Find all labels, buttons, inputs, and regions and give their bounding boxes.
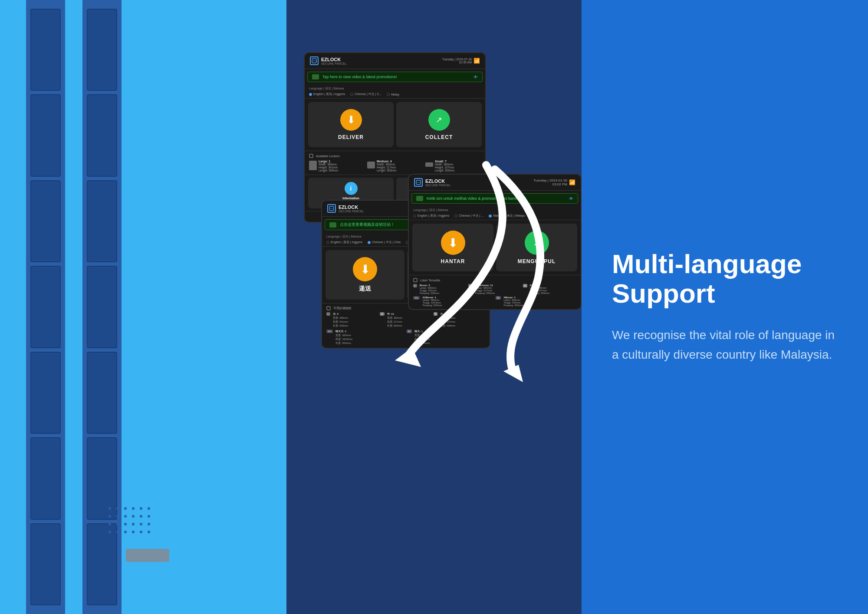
locker-small: Small: 7 Width: 380mm Height: 107mm Leng… <box>425 160 481 172</box>
my-deliver-icon: ⬇ <box>441 231 465 255</box>
cn-logo-text: EZLOCK <box>339 205 364 210</box>
cn-large-text: 大: 3 宽度: 380mm高度: 341mm长度: 500mm <box>333 312 348 328</box>
locker-cell <box>87 352 117 434</box>
my-lockers-section: Loker Tersedia L Besar: 3 Lebar: 380mmTi… <box>409 275 581 309</box>
cn-logo-subtext: SECURE PARCEL <box>339 210 364 213</box>
my-action-grid: ⬇ HANTAR ↗ MENGUMPUL <box>409 220 581 275</box>
my-promo-banner[interactable]: Ketik sini untuk melihat video & promosi… <box>411 193 578 204</box>
dots-decoration <box>108 507 153 536</box>
my-lang-chinese[interactable]: Chinese | 中文 | ... <box>454 214 483 218</box>
promo-text: Tap here to view video & latest promotio… <box>322 75 470 79</box>
my-locker-small: S Kecil: 6 Lebar: 380mmTinggi: 107mmPanj… <box>523 284 576 294</box>
locker-cell <box>30 266 61 348</box>
lockers-grid: Large: 1 Width: 380mm Height: 341mm Leng… <box>309 160 481 172</box>
my-radio-chinese <box>454 215 457 218</box>
page-title: Multi-language Support <box>612 249 838 308</box>
screen-header: EZLOCK SECURE PARCEL Tuesday | 2023-07-1… <box>305 53 485 69</box>
lockers-title-text: Available Lockers <box>316 155 340 158</box>
locker-cell <box>30 352 61 434</box>
my-collect-button[interactable]: ↗ MENGUMPUL <box>496 224 577 271</box>
lockers-section: Available Lockers Large: 1 Width: 380mm … <box>305 151 485 175</box>
locker-column-1 <box>26 0 65 614</box>
logo-subtext: SECURE PARCEL <box>321 62 347 65</box>
lang-chinese[interactable]: Chinese | 中文 | C... <box>350 92 381 96</box>
deliver-button[interactable]: ⬇ DELIVER <box>308 102 394 147</box>
small-text: Small: 7 Width: 380mm Height: 107mm Leng… <box>435 160 454 172</box>
my-video-icon <box>416 196 423 201</box>
lang-radio-malay <box>387 93 390 96</box>
my-small-text: Kecil: 6 Lebar: 380mmTinggi: 107mmPanjan… <box>530 284 549 294</box>
cn-xxl-label: XXL <box>326 330 333 333</box>
malay-screen: EZLOCK SECURE PARCEL Tuesday | 2024-01-3… <box>408 174 582 310</box>
cn-deliver-button[interactable]: ⬇ 递送 <box>326 250 404 300</box>
my-locker-large: L Besar: 3 Lebar: 380mmTinggi: 341mmPanj… <box>413 284 467 294</box>
large-box <box>309 161 317 170</box>
svg-rect-2 <box>309 154 313 158</box>
locker-cell <box>30 94 61 176</box>
cn-lockers-title-text: 可用的储物柜 <box>333 306 352 310</box>
screen-logo: EZLOCK SECURE PARCEL <box>310 56 347 65</box>
cn-video-icon <box>329 222 336 228</box>
my-medium-text: Sederhana: 11 Lebar: 380mmTinggi: 217mmP… <box>475 284 495 294</box>
locker-cell <box>30 9 61 91</box>
my-logo-icon <box>414 178 423 187</box>
my-logo-text: EZLOCK <box>425 178 451 184</box>
my-radio-english <box>413 215 416 218</box>
promo-banner[interactable]: Tap here to view video & latest promotio… <box>307 72 483 82</box>
my-locker-xl: XL XBesar: 1 Lebar: 380mmTinggi: 434mmPa… <box>496 296 576 307</box>
cn-locker-xxl: XXL 特大大: 1 宽度: 380mm高度: 1023mm长度: 500mm <box>326 330 405 345</box>
my-lockers-grid: L Besar: 3 Lebar: 380mmTinggi: 341mmPanj… <box>413 284 576 294</box>
my-signal-icon: 📶 <box>569 179 575 185</box>
cn-lang-english[interactable]: English | 英语 | Inggeris <box>326 240 362 244</box>
my-language-options: English | 英语 | Inggeris Chinese | 中文 | .… <box>413 214 576 218</box>
lang-radio-english <box>309 93 312 96</box>
right-panel: Multi-language Support We recognise the … <box>582 0 868 614</box>
my-xl-text: XBesar: 1 Lebar: 380mmTinggi: 434mmPanja… <box>503 296 523 307</box>
my-screen-logo: EZLOCK SECURE PARCEL <box>414 178 451 187</box>
my-small-label: S <box>523 284 527 287</box>
information-label: Information <box>342 197 359 200</box>
svg-rect-5 <box>327 307 330 310</box>
left-panel <box>0 0 286 614</box>
cn-lockers-grid2: XXL 特大大: 1 宽度: 380mm高度: 1023mm长度: 500mm … <box>326 330 485 345</box>
language-section: Language | 语言 | Bahasa English | 英语 | In… <box>305 85 485 99</box>
cn-radio-chinese <box>368 241 371 244</box>
cn-large-label: L <box>326 312 330 316</box>
lang-chinese-label: Chinese | 中文 | C... <box>355 92 381 96</box>
cn-locker-large: L 大: 3 宽度: 380mm高度: 341mm长度: 500mm <box>326 312 378 328</box>
my-language-label: Language | 语言 | Bahasa <box>413 208 576 212</box>
lang-english[interactable]: English | 英语 | Inggeris <box>309 92 345 96</box>
locker-cell <box>87 94 117 176</box>
cn-medium-text: 中: 11 宽度: 380mm高度: 217mm长度: 500mm <box>387 312 402 328</box>
cn-deliver-label: 递送 <box>359 285 371 293</box>
medium-text: Medium: 4 Width: 390mm Height: 217mm Len… <box>377 160 396 172</box>
speaker-panel <box>126 549 169 562</box>
cn-xl-label: XL <box>407 330 412 333</box>
cn-lang-chinese-label: Chinese | 中文 | Cina <box>372 240 401 244</box>
cn-lang-chinese[interactable]: Chinese | 中文 | Cina <box>368 240 401 244</box>
locker-cell <box>87 9 117 91</box>
my-screen-header: EZLOCK SECURE PARCEL Tuesday | 2024-01-3… <box>409 175 581 191</box>
language-label: Language | 语言 | Bahasa <box>309 86 481 91</box>
cn-small-label: S <box>434 312 437 316</box>
my-promo-text: Ketik sini untuk melihat video & promosi… <box>427 196 566 201</box>
collect-button[interactable]: ↗ COLLECT <box>396 102 482 147</box>
cn-screen-logo: EZLOCK SECURE PARCEL <box>327 204 364 213</box>
cn-radio-english <box>326 241 329 244</box>
lang-malay[interactable]: Malay <box>387 92 399 96</box>
my-lockers-title-text: Loker Tersedia <box>420 279 440 282</box>
locker-cell <box>30 437 61 519</box>
logo-icon <box>310 56 319 65</box>
my-xxl-text: XXBesar: 1 Lebar: 380mmTinggi: 1023mmPan… <box>422 296 442 307</box>
my-lockers-title: Loker Tersedia <box>413 278 576 282</box>
my-lang-malay[interactable]: Malay | 马来文 | Melayu <box>489 214 525 218</box>
locker-large: Large: 1 Width: 380mm Height: 341mm Leng… <box>309 160 365 172</box>
small-box <box>425 162 433 167</box>
my-deliver-label: HANTAR <box>441 258 465 264</box>
my-lang-english[interactable]: English | 英语 | Inggeris <box>413 214 449 218</box>
cn-logo-icon <box>327 204 336 213</box>
title-text: Multi-language Support <box>612 249 802 308</box>
collect-icon: ↗ <box>428 109 450 131</box>
info-icon: i <box>345 182 358 195</box>
my-deliver-button[interactable]: ⬇ HANTAR <box>412 224 493 271</box>
